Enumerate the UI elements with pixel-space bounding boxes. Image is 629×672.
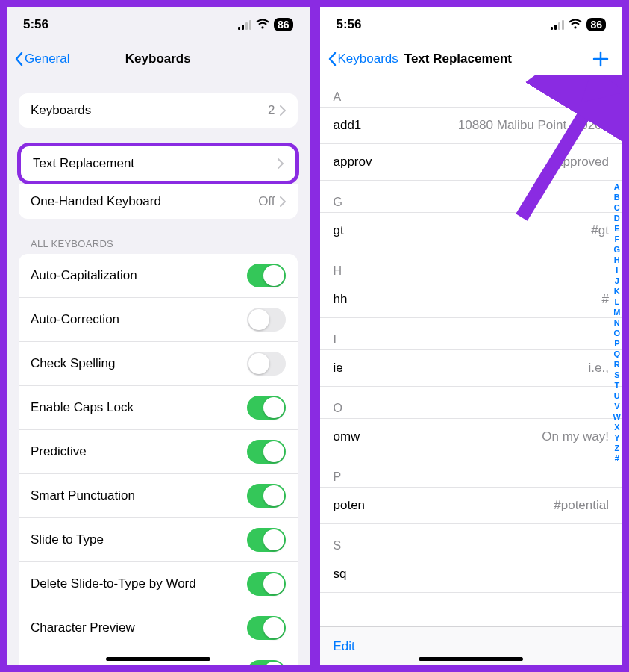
back-button[interactable]: Keyboards xyxy=(326,49,400,69)
text-replacement-row[interactable]: Text Replacement xyxy=(21,146,295,181)
shortcut-text: approv xyxy=(334,155,372,169)
row-label: Text Replacement xyxy=(33,156,134,171)
row-label: One-Handed Keyboard xyxy=(31,194,161,209)
nav-bar: Keyboards Text Replacement xyxy=(320,43,623,75)
row-label: Delete Slide-to-Type by Word xyxy=(31,576,196,591)
replacement-row[interactable]: poten#potential xyxy=(320,487,623,524)
chevron-right-icon xyxy=(278,158,284,169)
replacement-row[interactable]: add110880 Malibu Point, 90265 xyxy=(320,107,623,144)
replacement-row[interactable]: sq xyxy=(320,556,623,593)
index-letter[interactable]: P xyxy=(614,338,619,349)
battery-icon: 86 xyxy=(274,18,293,31)
toggle-switch[interactable] xyxy=(247,396,286,420)
replacement-row[interactable]: gt#gt xyxy=(320,212,623,249)
phrase-text: #approved xyxy=(549,155,609,169)
replacement-row[interactable]: approv#approved xyxy=(320,144,623,181)
toggle-switch[interactable] xyxy=(247,616,286,640)
list-section-header: H xyxy=(320,249,623,281)
back-label: Keyboards xyxy=(338,52,398,66)
toggle-switch[interactable] xyxy=(247,440,286,464)
replacement-row[interactable]: hh# xyxy=(320,281,623,318)
chevron-left-icon xyxy=(328,52,337,66)
index-letter[interactable]: K xyxy=(614,286,620,296)
section-index-bar[interactable]: ABCDEFGHIJKLMNOPQRSTUVWXYZ# xyxy=(613,181,621,464)
index-letter[interactable]: N xyxy=(614,317,620,328)
replacement-row[interactable]: omwOn my way! xyxy=(320,418,623,455)
content-scroll[interactable]: Keyboards 2 Text Replacement One-Handed … xyxy=(7,75,310,665)
wifi-icon xyxy=(256,19,269,30)
index-letter[interactable]: S xyxy=(614,370,619,380)
index-letter[interactable]: Y xyxy=(614,432,619,443)
content-scroll[interactable]: Aadd110880 Malibu Point, 90265approv#app… xyxy=(320,75,623,665)
add-button[interactable] xyxy=(585,46,616,72)
phrase-text: # xyxy=(602,292,609,307)
index-letter[interactable]: E xyxy=(614,223,619,234)
status-time: 5:56 xyxy=(337,17,362,32)
row-label: Smart Punctuation xyxy=(31,488,135,503)
toggle-switch[interactable] xyxy=(247,264,286,287)
toggle-switch[interactable] xyxy=(247,528,286,552)
phrase-text: #gt xyxy=(591,223,609,238)
index-letter[interactable]: I xyxy=(616,265,618,276)
shortcut-text: poten xyxy=(334,498,366,513)
index-letter[interactable]: W xyxy=(613,411,621,422)
back-button[interactable]: General xyxy=(13,49,71,69)
index-letter[interactable]: L xyxy=(614,296,619,307)
index-letter[interactable]: C xyxy=(614,202,620,213)
list-section-header: A xyxy=(320,75,623,107)
shortcut-text: ie xyxy=(334,361,343,376)
row-label: Auto-Capitalization xyxy=(31,268,137,283)
one-handed-group: One-Handed Keyboard Off xyxy=(19,184,298,219)
toggle-switch[interactable] xyxy=(247,352,286,376)
index-letter[interactable]: G xyxy=(614,244,621,255)
list-section-header: S xyxy=(320,524,623,556)
shortcut-text: sq xyxy=(334,567,347,582)
index-letter[interactable]: J xyxy=(615,276,619,286)
shortcut-text: omw xyxy=(334,429,360,444)
index-letter[interactable]: H xyxy=(614,255,620,265)
shortcut-text: add1 xyxy=(334,118,362,133)
toggle-switch[interactable] xyxy=(247,308,286,332)
toggle-switch[interactable] xyxy=(247,572,286,596)
one-handed-row[interactable]: One-Handed Keyboard Off xyxy=(19,184,298,219)
index-letter[interactable]: M xyxy=(613,307,620,317)
phrase-text: i.e., xyxy=(589,361,609,376)
index-letter[interactable]: Q xyxy=(614,349,621,359)
edit-button[interactable]: Edit xyxy=(334,639,355,654)
index-letter[interactable]: X xyxy=(614,422,619,432)
phrase-text: 10880 Malibu Point, 90265 xyxy=(458,118,609,133)
chevron-right-icon xyxy=(280,105,286,116)
toggle-switch[interactable] xyxy=(247,660,286,665)
list-section-header: P xyxy=(320,455,623,487)
index-letter[interactable]: Z xyxy=(614,443,619,453)
row-label: Enable Caps Lock xyxy=(31,400,134,415)
row-label: Check Spelling xyxy=(31,356,115,371)
replacement-row[interactable]: iei.e., xyxy=(320,349,623,387)
keyboards-row[interactable]: Keyboards 2 xyxy=(19,93,298,128)
row-detail-count: 2 xyxy=(268,103,275,118)
index-letter[interactable]: O xyxy=(614,328,621,338)
index-letter[interactable]: # xyxy=(615,453,619,464)
index-letter[interactable]: V xyxy=(614,401,619,411)
home-indicator[interactable] xyxy=(419,657,523,661)
index-letter[interactable]: T xyxy=(614,380,619,391)
index-letter[interactable]: U xyxy=(614,391,620,401)
wifi-icon xyxy=(569,19,582,30)
toggle-switch[interactable] xyxy=(247,484,286,508)
status-bar: 5:56 86 xyxy=(320,7,623,43)
cell-signal-icon xyxy=(551,19,564,30)
nav-bar: General Keyboards xyxy=(7,43,310,75)
battery-icon: 86 xyxy=(586,18,606,31)
toggle-row: Auto-Capitalization xyxy=(19,254,298,298)
index-letter[interactable]: F xyxy=(614,234,619,244)
index-letter[interactable]: A xyxy=(614,181,620,192)
index-letter[interactable]: D xyxy=(614,213,620,223)
cell-signal-icon xyxy=(238,19,251,30)
list-section-header: I xyxy=(320,318,623,349)
index-letter[interactable]: B xyxy=(614,192,620,202)
status-time: 5:56 xyxy=(23,17,48,32)
index-letter[interactable]: R xyxy=(614,359,620,370)
phrase-text: On my way! xyxy=(542,429,609,444)
status-bar: 5:56 86 xyxy=(7,7,310,43)
home-indicator[interactable] xyxy=(106,657,210,661)
